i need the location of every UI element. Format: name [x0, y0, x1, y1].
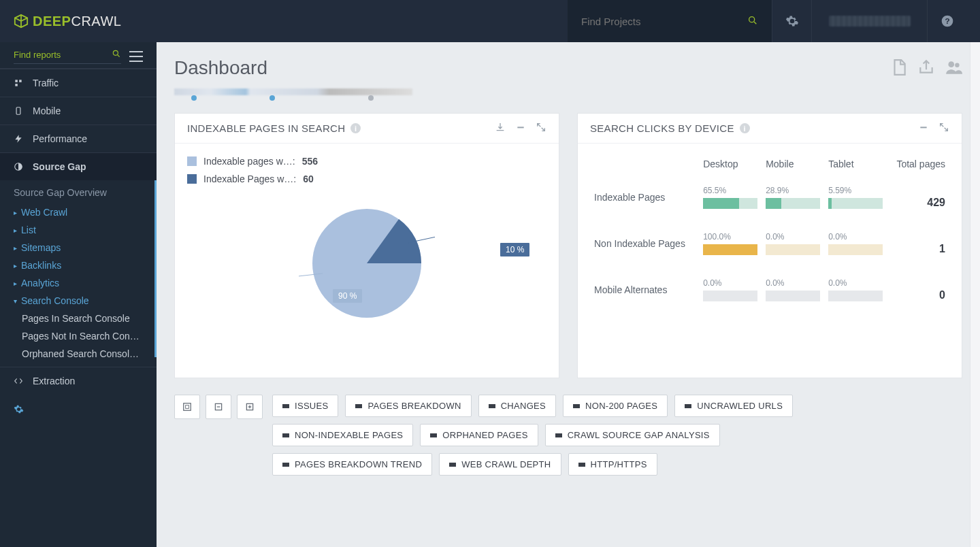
bar-pct: 65.5% [703, 186, 757, 195]
section-button-changes[interactable]: CHANGES [478, 395, 556, 417]
nav-label: Extraction [33, 376, 75, 386]
pdf-export-icon[interactable] [890, 59, 908, 78]
menu-toggle-icon[interactable] [129, 51, 143, 62]
table-row[interactable]: Non Indexable Pages100.0%0.0%0.0%1 [590, 228, 949, 274]
section-button-non-indexable-pages[interactable]: NON-INDEXABLE PAGES [272, 424, 413, 446]
layout-collapse-button[interactable] [206, 395, 231, 419]
bar-fill [766, 198, 781, 209]
section-button-pages-breakdown-trend[interactable]: PAGES BREAKDOWN TREND [272, 453, 432, 476]
users-icon[interactable] [945, 59, 962, 78]
tree-sitemaps[interactable]: ▸Sitemaps [0, 239, 157, 256]
section-glyph-icon [685, 404, 691, 408]
sidebar-settings[interactable] [0, 395, 157, 426]
table-row[interactable]: Mobile Alternates0.0%0.0%0.0%0 [590, 274, 949, 320]
tree-label: Search Console [21, 295, 89, 306]
info-icon[interactable]: i [350, 123, 361, 133]
col-total: Total pages [887, 156, 949, 182]
layout-expand-button[interactable] [237, 395, 263, 419]
svg-line-2 [15, 18, 21, 21]
brand-text: DEEPCRAWL [33, 14, 121, 29]
section-button-label: WEB CRAWL DEPTH [461, 459, 551, 469]
tree-web-crawl[interactable]: ▸Web Crawl [0, 203, 157, 221]
mobile-icon [14, 106, 23, 116]
indexable-pages-card: INDEXABLE PAGES IN SEARCH i Indexable pa… [174, 113, 559, 378]
nav-extraction[interactable]: Extraction [0, 367, 157, 395]
tree-child[interactable]: Orphaned Search Consol… [0, 345, 157, 363]
bar-pct: 5.59% [828, 186, 883, 195]
nav-label: Source Gap [33, 161, 86, 172]
svg-rect-11 [19, 80, 22, 82]
expand-icon[interactable] [536, 122, 546, 135]
nav-traffic[interactable]: Traffic [0, 69, 157, 97]
minimize-icon[interactable] [515, 122, 526, 135]
tree-label: Web Crawl [21, 207, 67, 218]
timeline-point[interactable] [191, 95, 197, 101]
bar-pct: 100.0% [703, 232, 757, 242]
user-menu[interactable] [811, 0, 927, 42]
tree-search-console[interactable]: ▾Search Console [0, 292, 157, 310]
bar-cell: 5.59% [824, 182, 887, 228]
brand-logo[interactable]: DEEPCRAWL [14, 14, 121, 29]
legend-item[interactable]: Indexable pages w…: 556 [187, 156, 546, 167]
tree-analytics[interactable]: ▸Analytics [0, 274, 157, 292]
tree-label: Backlinks [21, 260, 61, 271]
section-button-uncrawled-urls[interactable]: UNCRAWLED URLS [674, 395, 793, 417]
source-gap-overview-heading[interactable]: Source Gap Overview [0, 180, 157, 203]
minimize-icon[interactable] [918, 122, 929, 135]
contrast-icon [14, 162, 23, 171]
section-button-non-200-pages[interactable]: NON-200 PAGES [563, 395, 668, 417]
tree-list[interactable]: ▸List [0, 221, 157, 239]
topbar-search[interactable] [568, 0, 772, 42]
bar-cell: 65.5% [699, 182, 762, 228]
table-row[interactable]: Indexable Pages65.5%28.9%5.59%429 [590, 182, 949, 228]
svg-rect-13 [16, 107, 20, 115]
settings-button[interactable] [772, 0, 811, 42]
sidebar-search-input[interactable] [14, 50, 88, 60]
section-button-orphaned-pages[interactable]: ORPHANED PAGES [420, 424, 538, 446]
expand-icon[interactable] [938, 122, 949, 135]
share-icon[interactable] [917, 59, 935, 78]
scrollbar[interactable] [970, 42, 980, 547]
tree-label: Sitemaps [21, 242, 61, 253]
help-button[interactable]: ? [927, 0, 966, 42]
info-icon[interactable]: i [740, 123, 750, 133]
timeline-point[interactable] [270, 95, 275, 101]
traffic-icon [14, 78, 23, 88]
timeline-chart-redacted [174, 88, 412, 95]
section-glyph-icon [282, 463, 289, 467]
section-glyph-icon [573, 404, 580, 408]
topbar-search-input[interactable] [581, 16, 717, 27]
caret-icon: ▸ [14, 227, 17, 234]
section-button-web-crawl-depth[interactable]: WEB CRAWL DEPTH [439, 453, 561, 476]
layout-grid-button[interactable] [174, 395, 200, 419]
section-button-http-https[interactable]: HTTP/HTTPS [568, 453, 657, 476]
search-clicks-device-card: SEARCH CLICKS BY DEVICE i Desktop Mobile… [577, 113, 962, 378]
sidebar-search-row [0, 42, 157, 69]
download-icon[interactable] [495, 122, 506, 135]
row-name: Indexable Pages [590, 182, 699, 228]
nav-source-gap[interactable]: Source Gap [0, 152, 157, 180]
tree-child[interactable]: Pages In Search Console [0, 310, 157, 327]
section-button-pages-breakdown[interactable]: PAGES BREAKDOWN [345, 395, 471, 417]
section-button-crawl-source-gap-analysis[interactable]: CRAWL SOURCE GAP ANALYSIS [545, 424, 720, 446]
col-mobile: Mobile [762, 156, 824, 182]
page-actions [890, 59, 962, 78]
bar-pct: 28.9% [766, 186, 820, 195]
legend-item[interactable]: Indexable Pages w…: 60 [187, 173, 546, 184]
crawl-timeline[interactable] [174, 88, 412, 102]
topbar: DEEPCRAWL ? [0, 0, 980, 42]
bar-track [828, 291, 883, 301]
bar-track [703, 198, 757, 209]
bar-pct: 0.0% [828, 278, 883, 288]
tree-backlinks[interactable]: ▸Backlinks [0, 256, 157, 274]
timeline-point[interactable] [368, 95, 374, 101]
svg-line-3 [21, 18, 27, 21]
bar-track [766, 198, 820, 209]
nav-performance[interactable]: Performance [0, 125, 157, 152]
bar-fill [703, 244, 757, 255]
section-glyph-icon [578, 463, 585, 467]
svg-text:?: ? [945, 16, 949, 25]
section-button-issues[interactable]: ISSUES [272, 395, 338, 417]
nav-mobile[interactable]: Mobile [0, 97, 157, 125]
tree-child[interactable]: Pages Not In Search Con… [0, 327, 157, 345]
